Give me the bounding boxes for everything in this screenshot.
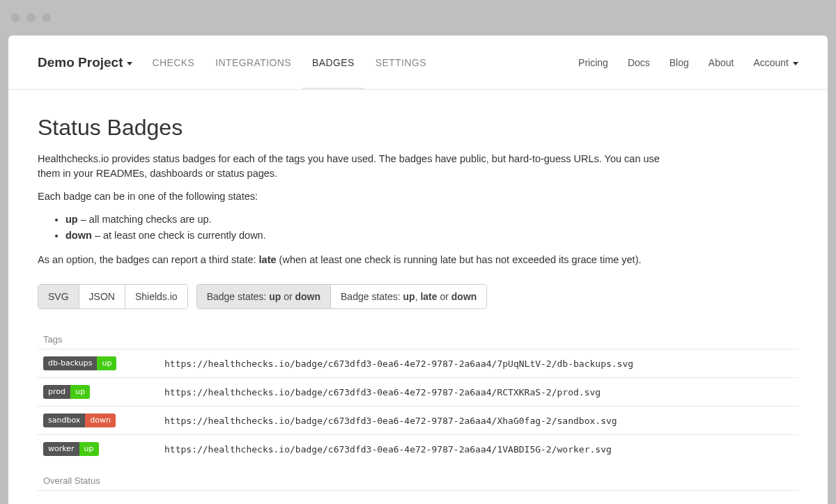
badges-table: db-backups up https://healthchecks.io/ba… [38, 349, 798, 463]
badge-url[interactable]: https://healthchecks.io/badge/c673dfd3-0… [159, 435, 798, 464]
two-or: or [281, 291, 295, 302]
state-mode-two[interactable]: Badge states: up or down [197, 285, 331, 308]
badge-cell: db-backups up [38, 349, 159, 378]
account-menu[interactable]: Account [753, 57, 798, 68]
states-list: up – all matching checks are up. down – … [38, 212, 798, 243]
top-nav: Demo Project CHECKS INTEGRATIONS BADGES … [8, 36, 828, 90]
table-row: prod up https://healthchecks.io/badge/c6… [38, 378, 798, 407]
link-docs[interactable]: Docs [628, 57, 650, 68]
badge-url[interactable] [159, 491, 798, 498]
badge-toolbars: SVG JSON Shields.io Badge states: up or … [38, 284, 798, 309]
badge-status: up [70, 385, 90, 399]
states-intro: Each badge can be in one of the followin… [38, 189, 665, 204]
page-content: Status Badges Healthchecks.io provides s… [8, 90, 828, 498]
caret-down-icon [793, 62, 798, 65]
table-row [38, 491, 798, 498]
two-down: down [295, 291, 320, 302]
link-about[interactable]: About [709, 57, 734, 68]
badge-url[interactable]: https://healthchecks.io/badge/c673dfd3-0… [159, 407, 798, 435]
tab-settings[interactable]: SETTINGS [376, 36, 426, 89]
status-badge: db-backups up [43, 356, 116, 370]
three-up: up [403, 291, 415, 302]
badge-status: up [97, 356, 116, 370]
tab-checks[interactable]: CHECKS [152, 36, 194, 89]
account-label: Account [753, 57, 789, 68]
format-svg[interactable]: SVG [38, 285, 79, 308]
window-dot-min[interactable] [26, 13, 36, 22]
late-term: late [259, 254, 277, 265]
format-shields[interactable]: Shields.io [125, 285, 187, 308]
badge-cell [38, 491, 159, 498]
two-up: up [269, 291, 281, 302]
status-badge: worker up [43, 442, 99, 456]
badge-cell: worker up [38, 435, 159, 464]
nav-right: Pricing Docs Blog About Account [578, 57, 798, 68]
link-blog[interactable]: Blog [669, 57, 689, 68]
status-badge: prod up [43, 385, 90, 399]
table-row: worker up https://healthchecks.io/badge/… [38, 435, 798, 464]
three-prefix: Badge states: [341, 291, 403, 302]
intro-paragraph: Healthchecks.io provides status badges f… [38, 152, 665, 181]
tab-integrations[interactable]: INTEGRATIONS [215, 36, 291, 89]
state-down: down – at least one check is currently d… [65, 228, 798, 243]
caret-down-icon [127, 62, 132, 65]
two-prefix: Badge states: [207, 291, 270, 302]
project-switcher[interactable]: Demo Project [38, 55, 132, 70]
browser-chrome [0, 0, 836, 36]
state-mode-toggle: Badge states: up or down Badge states: u… [196, 284, 488, 309]
section-overall-label: Overall Status [38, 463, 798, 490]
brand-label: Demo Project [38, 55, 123, 70]
format-toggle: SVG JSON Shields.io [38, 284, 188, 309]
page-title: Status Badges [38, 115, 798, 141]
three-or: or [438, 291, 451, 302]
link-pricing[interactable]: Pricing [578, 57, 608, 68]
overall-table [38, 490, 798, 498]
state-down-term: down [65, 230, 92, 241]
app-window: Demo Project CHECKS INTEGRATIONS BADGES … [8, 36, 828, 504]
badge-cell: prod up [38, 378, 159, 407]
window-dot-close[interactable] [11, 13, 20, 22]
late-prefix: As an option, the badges can report a th… [38, 254, 259, 265]
table-row: db-backups up https://healthchecks.io/ba… [38, 349, 798, 378]
badge-tag: worker [43, 442, 79, 456]
tab-badges[interactable]: BADGES [312, 36, 355, 89]
late-suffix: (when at least one check is running late… [277, 254, 642, 265]
three-down: down [451, 291, 477, 302]
table-row: sandbox down https://healthchecks.io/bad… [38, 407, 798, 435]
badge-cell: sandbox down [38, 407, 159, 435]
badge-url[interactable]: https://healthchecks.io/badge/c673dfd3-0… [159, 378, 798, 407]
three-late: late [420, 291, 437, 302]
state-up: up – all matching checks are up. [65, 212, 798, 227]
window-dot-max[interactable] [42, 13, 51, 22]
badge-url[interactable]: https://healthchecks.io/badge/c673dfd3-0… [159, 349, 798, 378]
status-badge: sandbox down [43, 414, 116, 427]
state-up-term: up [65, 214, 78, 225]
badge-tag: db-backups [43, 356, 97, 370]
state-down-desc: – at least one check is currently down. [92, 230, 266, 241]
format-json[interactable]: JSON [79, 285, 125, 308]
badge-status: up [79, 442, 99, 456]
main-tabs: CHECKS INTEGRATIONS BADGES SETTINGS [152, 36, 426, 89]
badge-tag: prod [43, 385, 70, 399]
section-tags-label: Tags [38, 322, 798, 349]
badge-status: down [85, 414, 116, 427]
state-up-desc: – all matching checks are up. [78, 214, 212, 225]
badge-tag: sandbox [43, 414, 85, 427]
state-mode-three[interactable]: Badge states: up, late or down [331, 285, 486, 308]
late-note: As an option, the badges can report a th… [38, 253, 665, 267]
